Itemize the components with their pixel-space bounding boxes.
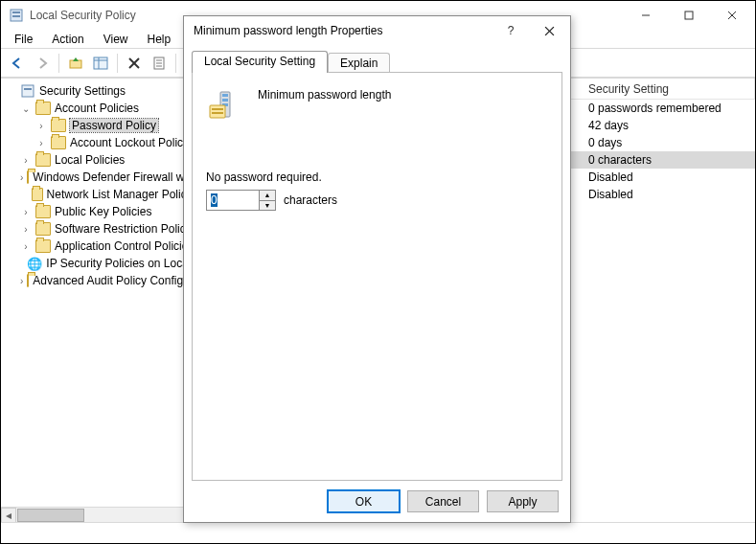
tree-label: Account Lockout Policy [70,136,189,149]
properties-button[interactable] [149,53,170,74]
chevron-right-icon[interactable]: › [20,224,32,235]
security-setting-value: Disabled [581,170,641,184]
tree-label: Public Key Policies [55,205,151,218]
folder-icon [51,119,66,132]
chevron-right-icon[interactable]: › [35,138,47,148]
security-setting-value: 0 passwords remembered [581,102,729,115]
tree-label: Software Restriction Policies [55,222,200,236]
tree-app-control[interactable]: ›Application Control Policies [18,238,201,255]
dialog-button-bar: OK Cancel Apply [184,481,570,522]
policy-name: Minimum password length [258,88,391,102]
tree-software-restriction[interactable]: ›Software Restriction Policies [18,220,201,238]
tree-label: IP Security Policies on Local Computer [46,257,202,270]
security-setting-value: 0 characters [581,153,659,167]
folder-icon [35,222,51,236]
forward-button[interactable] [32,53,53,74]
folder-icon [51,136,66,149]
chevron-down-icon[interactable]: ⌄ [20,103,32,114]
show-hide-tree-button[interactable] [90,53,111,74]
unit-label: characters [284,193,337,207]
toolbar-separator [175,54,176,73]
menu-action[interactable]: Action [42,31,93,48]
characters-spinner[interactable]: ▲ ▼ [206,190,276,211]
help-button[interactable]: ? [492,17,530,44]
close-button[interactable] [710,1,753,30]
properties-dialog: Minimum password length Properties ? Loc… [183,15,571,523]
chevron-right-icon[interactable]: › [35,121,47,131]
folder-icon [35,239,51,253]
dialog-titlebar: Minimum password length Properties ? [184,16,570,45]
svg-rect-8 [94,57,107,69]
scroll-thumb[interactable] [17,509,84,522]
svg-rect-2 [12,15,20,17]
tree: ▸ Security Settings ⌄ Acco [1,82,201,289]
setting-description: No password required. [206,170,548,184]
tab-explain[interactable]: Explain [328,53,390,73]
back-button[interactable] [7,53,28,74]
apply-button[interactable]: Apply [487,490,559,512]
svg-rect-1 [12,11,20,13]
folder-icon [27,274,29,287]
security-settings-icon [20,83,35,99]
menu-help[interactable]: Help [138,31,181,48]
svg-rect-7 [70,60,81,68]
globe-icon: 🌐 [27,256,42,271]
ok-button[interactable]: OK [328,490,400,512]
dialog-title: Minimum password length Properties [194,24,492,37]
security-setting-value: 0 days [581,136,630,149]
folder-icon [32,188,42,201]
svg-rect-23 [222,94,228,97]
tree-root[interactable]: ▸ Security Settings [3,82,201,100]
dialog-close-button[interactable] [530,17,568,44]
chevron-right-icon[interactable]: › [20,155,32,166]
characters-input[interactable] [207,191,259,210]
tree-label: Application Control Policies [55,239,194,253]
svg-rect-28 [212,112,223,114]
tree-account-lockout-policy[interactable]: › Account Lockout Policy [34,134,201,151]
minimize-button[interactable] [624,1,667,30]
tree-network-list-mgr[interactable]: ›Network List Manager Policies [18,186,201,203]
main-window: Local Security Policy File Action View H… [0,0,756,544]
tree-label: Advanced Audit Policy Configuration [33,274,202,287]
delete-button[interactable] [124,53,145,74]
chevron-right-icon[interactable]: › [20,276,23,286]
statusbar [1,522,755,543]
chevron-right-icon[interactable]: › [20,172,23,183]
svg-rect-27 [212,108,223,110]
svg-rect-18 [24,88,32,90]
up-button[interactable] [65,53,86,74]
tree-label: Windows Defender Firewall with Advanced … [33,170,202,184]
tree-label: Local Policies [55,153,125,167]
policy-icon [206,88,241,123]
tree-defender-firewall[interactable]: ›Windows Defender Firewall with Advanced… [18,169,201,186]
chevron-right-icon[interactable]: › [20,207,32,217]
tree-local-policies[interactable]: ›Local Policies [18,151,201,169]
spinner-down-button[interactable]: ▼ [260,200,275,210]
app-icon [9,8,24,23]
spinner-up-button[interactable]: ▲ [260,191,275,200]
tree-advanced-audit[interactable]: ›Advanced Audit Policy Configuration [18,272,201,289]
menu-file[interactable]: File [5,31,42,48]
folder-icon [35,205,51,218]
tree-public-key[interactable]: ›Public Key Policies [18,203,201,220]
tree-account-policies[interactable]: ⌄ Account Policies [18,100,201,117]
tab-local-security-setting[interactable]: Local Security Setting [192,51,328,73]
cancel-button[interactable]: Cancel [407,490,479,512]
tab-page: Minimum password length No password requ… [192,72,562,481]
tree-password-policy[interactable]: › Password Policy [34,117,201,134]
chevron-right-icon[interactable]: › [20,241,32,252]
folder-icon [27,170,29,184]
tree-label: Account Policies [55,102,139,115]
svg-text:?: ? [508,25,515,36]
tree-ip-security[interactable]: ›🌐IP Security Policies on Local Computer [18,255,201,272]
tree-label: Password Policy [70,119,158,132]
menu-view[interactable]: View [94,31,138,48]
toolbar-separator [58,54,59,73]
tree-horizontal-scrollbar[interactable]: ◂ ▸ [1,507,201,522]
dialog-tabs: Local Security Setting Explain [184,45,570,73]
column-security-setting[interactable]: Security Setting [581,79,755,99]
scroll-left-button[interactable]: ◂ [1,508,16,523]
tree-pane[interactable]: ▸ Security Settings ⌄ Acco [1,79,202,522]
maximize-button[interactable] [667,1,710,30]
tree-label: Security Settings [39,84,126,98]
